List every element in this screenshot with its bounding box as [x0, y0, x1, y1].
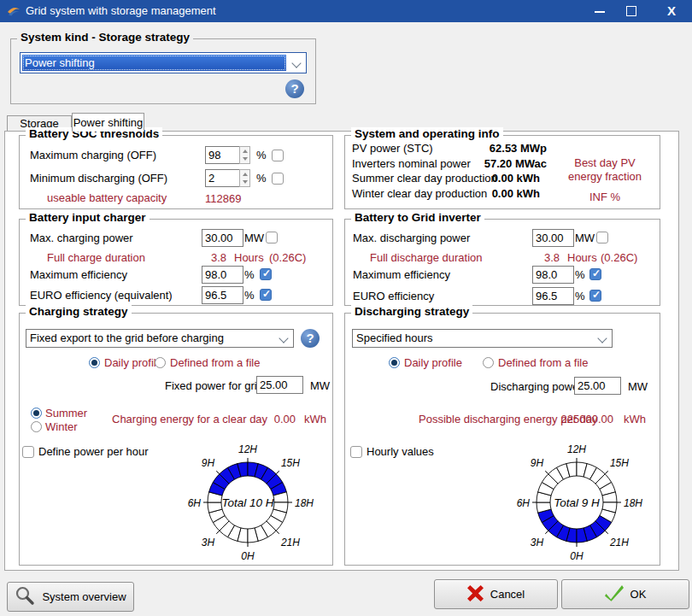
full-charge-duration-crate: (0.26C): [269, 249, 306, 267]
minimize-icon[interactable]: [586, 0, 613, 22]
chevron-down-icon: [597, 333, 607, 343]
ok-button[interactable]: OK: [561, 579, 689, 609]
min-discharging-checkbox[interactable]: [272, 173, 284, 185]
system-overview-label: System overview: [42, 590, 126, 603]
svg-text:21H: 21H: [280, 537, 300, 549]
inverter-max-eff-input[interactable]: [532, 266, 574, 284]
charging-strategy-select[interactable]: Fixed export to the grid before charging: [26, 329, 294, 348]
full-discharge-duration-value: 3.8: [538, 249, 560, 267]
fixed-power-unit: MW: [310, 377, 330, 395]
svg-text:0H: 0H: [241, 550, 255, 562]
tab-power-shifting[interactable]: Power shifting: [72, 113, 144, 132]
winter-label: Winter: [45, 418, 78, 436]
window-title: Grid system with storage management: [26, 0, 216, 22]
max-discharging-power-checkbox[interactable]: [596, 232, 608, 243]
inverter-max-eff-unit: %: [575, 266, 585, 284]
inverter-euro-eff-unit: %: [575, 287, 585, 305]
discharging-from-file-label: Defined from a file: [498, 354, 589, 372]
discharging-power-input[interactable]: [574, 377, 621, 395]
full-charge-duration-value: 3.8: [205, 249, 226, 267]
inverter-max-eff-checkbox[interactable]: [589, 268, 601, 280]
discharging-daily-profile-radio[interactable]: [389, 357, 400, 368]
svg-text:9H: 9H: [531, 457, 544, 469]
full-discharge-duration-unit: Hours: [567, 249, 597, 267]
info-row-value: 57.20 MWac: [444, 156, 547, 171]
svg-text:15H: 15H: [281, 457, 300, 469]
possible-energy-value: 225000.00: [555, 410, 613, 428]
charger-euro-eff-checkbox[interactable]: [260, 289, 272, 301]
charging-energy-unit: kWh: [304, 410, 326, 428]
svg-text:12H: 12H: [567, 444, 586, 455]
discharging-strategy-select[interactable]: Specified hours: [352, 329, 613, 348]
grid-inverter-group-label: Battery to Grid inverter: [351, 211, 484, 224]
max-charging-checkbox[interactable]: [272, 150, 284, 161]
discharging-from-file-radio[interactable]: [483, 357, 494, 368]
fixed-power-input[interactable]: [256, 376, 303, 394]
charging-from-file-radio[interactable]: [155, 357, 166, 368]
storage-strategy-selected-value: Power shifting: [22, 55, 286, 71]
charger-euro-eff-input[interactable]: [202, 286, 243, 304]
discharging-strategy-group-label: Discharging strategy: [351, 305, 472, 318]
charger-max-eff-unit: %: [244, 266, 255, 284]
info-row-value: 62.53 MWp: [444, 141, 547, 155]
discharging-strategy-selected-value: Specified hours: [356, 331, 433, 344]
system-kind-group: System kind - Storage strategy Power shi…: [10, 38, 316, 104]
charging-strategy-group-label: Charging strategy: [26, 305, 132, 318]
maximize-icon[interactable]: [618, 0, 645, 22]
inverter-euro-eff-checkbox[interactable]: [589, 290, 601, 302]
max-discharging-power-input[interactable]: [532, 229, 574, 247]
discharging-hours-clock[interactable]: 0H3H6H9H12H15H18H21HTotal 9 H: [504, 444, 649, 562]
cancel-button[interactable]: Cancel: [434, 579, 558, 609]
charger-max-eff-label: Maximum efficiency: [30, 266, 127, 284]
charging-strategy-selected-value: Fixed export to the grid before charging: [30, 331, 224, 344]
magnifier-icon: [15, 585, 35, 608]
possible-energy-unit: kWh: [624, 410, 646, 428]
storage-strategy-select[interactable]: Power shifting: [20, 52, 307, 73]
hourly-values-checkbox[interactable]: [350, 446, 362, 458]
chevron-down-icon[interactable]: [288, 54, 305, 72]
define-power-per-hour-checkbox[interactable]: [22, 446, 34, 458]
charging-energy-label: Charging energy for a clear day: [112, 410, 267, 428]
system-kind-group-label: System kind - Storage strategy: [17, 31, 193, 44]
winter-radio[interactable]: [31, 421, 42, 432]
charging-daily-profile-label: Daily profile: [104, 354, 162, 372]
hourly-values-label: Hourly values: [367, 443, 434, 461]
max-charging-power-input[interactable]: [202, 229, 243, 247]
charger-euro-eff-label: EURO efficiency (equivalent): [30, 286, 173, 304]
inverter-euro-eff-label: EURO efficiency: [353, 287, 434, 305]
battery-charger-group-label: Battery input charger: [26, 211, 150, 224]
max-charging-power-checkbox[interactable]: [266, 232, 278, 243]
svg-text:9H: 9H: [202, 457, 215, 469]
system-overview-button[interactable]: System overview: [7, 582, 134, 612]
svg-text:15H: 15H: [610, 457, 629, 469]
svg-text:0H: 0H: [570, 550, 584, 562]
close-icon[interactable]: X: [658, 0, 685, 22]
discharging-power-unit: MW: [628, 378, 648, 396]
charger-max-eff-checkbox[interactable]: [260, 268, 272, 280]
charging-from-file-label: Defined from a file: [170, 354, 261, 372]
system-info-group-label: System and operating info: [351, 127, 503, 140]
max-charging-stepper[interactable]: [239, 146, 250, 164]
info-row-value: 0.00 kWh: [444, 186, 540, 201]
svg-text:3H: 3H: [202, 537, 215, 549]
svg-text:6H: 6H: [188, 497, 202, 509]
charging-energy-value: 0.00: [265, 410, 296, 428]
ok-label: OK: [630, 588, 647, 601]
title-bar: Grid system with storage management X: [0, 0, 692, 22]
help-icon[interactable]: ?: [285, 79, 304, 98]
charger-max-eff-input[interactable]: [202, 266, 243, 284]
max-charging-input[interactable]: [205, 146, 240, 164]
svg-text:Total 9 H: Total 9 H: [554, 496, 600, 509]
max-discharging-power-unit: MW: [575, 229, 595, 247]
charging-help-icon[interactable]: ?: [301, 329, 320, 348]
charging-hours-clock[interactable]: 0H3H6H9H12H15H18H21HTotal 10 H: [175, 444, 320, 562]
charging-daily-profile-radio[interactable]: [89, 357, 100, 368]
svg-text:18H: 18H: [295, 497, 314, 509]
min-discharging-input[interactable]: [205, 169, 240, 187]
info-row-label: PV power (STC): [352, 141, 433, 155]
info-row-value: 0.00 kWh: [444, 171, 540, 185]
inverter-euro-eff-input[interactable]: [532, 287, 574, 305]
summer-radio[interactable]: [31, 408, 42, 419]
green-check-icon: [605, 584, 624, 604]
min-discharging-stepper[interactable]: [239, 169, 250, 187]
